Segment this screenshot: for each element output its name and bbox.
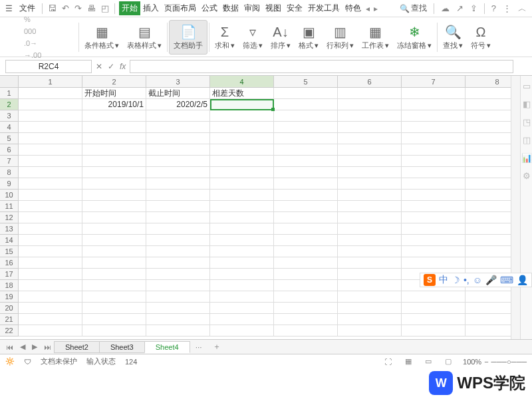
cancel-icon[interactable]: ✕ xyxy=(96,62,102,71)
cell[interactable] xyxy=(402,201,466,212)
cell[interactable] xyxy=(210,291,274,303)
row-header[interactable]: 13 xyxy=(0,223,19,235)
cell[interactable] xyxy=(338,133,402,144)
cell[interactable] xyxy=(274,212,338,223)
row-header[interactable]: 4 xyxy=(0,122,19,133)
confirm-icon[interactable]: ✓ xyxy=(108,62,114,71)
menu-icon[interactable]: ☰ xyxy=(3,4,15,13)
ime-punct-icon[interactable]: •, xyxy=(464,275,469,285)
row-header[interactable]: 17 xyxy=(0,269,19,280)
select-icon[interactable]: ▭ xyxy=(523,81,531,91)
cell[interactable] xyxy=(210,235,274,246)
cell[interactable] xyxy=(19,303,82,314)
row-header[interactable]: 6 xyxy=(0,144,19,156)
cell[interactable] xyxy=(274,269,338,280)
save-icon[interactable]: 🖫 xyxy=(45,3,59,13)
cell[interactable] xyxy=(19,167,82,178)
cell[interactable] xyxy=(338,325,402,336)
cell[interactable] xyxy=(210,122,274,133)
cell[interactable] xyxy=(19,88,82,99)
cell[interactable] xyxy=(274,223,338,235)
col-header[interactable]: 2 xyxy=(82,76,146,88)
cell[interactable] xyxy=(274,122,338,133)
ime-user-icon[interactable]: 👤 xyxy=(517,275,528,285)
cell[interactable] xyxy=(82,122,146,133)
cell[interactable] xyxy=(146,190,210,201)
cell[interactable] xyxy=(82,257,146,269)
cell[interactable] xyxy=(274,235,338,246)
analysis-icon[interactable]: ◫ xyxy=(523,135,531,145)
cell[interactable] xyxy=(402,190,466,201)
help-icon[interactable]: ? xyxy=(489,3,499,13)
cell[interactable] xyxy=(210,110,274,122)
cell[interactable] xyxy=(274,190,338,201)
cloud-icon[interactable]: ☁ xyxy=(438,3,452,13)
cell[interactable] xyxy=(19,269,82,280)
cell[interactable] xyxy=(146,314,210,325)
freeze-button[interactable]: ❄ 冻结窗格 ▾ xyxy=(393,20,436,55)
rowcol-button[interactable]: ▥ 行和列 ▾ xyxy=(323,20,358,55)
format-button[interactable]: ▣ 格式 ▾ xyxy=(295,20,323,55)
tab-formula[interactable]: 公式 xyxy=(199,1,220,15)
share-icon[interactable]: ↗ xyxy=(454,3,466,13)
cell[interactable] xyxy=(274,280,338,291)
tab-insert[interactable]: 插入 xyxy=(140,1,162,15)
cell[interactable] xyxy=(210,280,274,291)
row-header[interactable]: 21 xyxy=(0,314,19,325)
ime-moon-icon[interactable]: ☽ xyxy=(452,275,460,285)
cell[interactable] xyxy=(82,291,146,303)
sogou-icon[interactable]: S xyxy=(424,274,436,286)
cell[interactable] xyxy=(210,212,274,223)
tab-security[interactable]: 安全 xyxy=(284,1,305,15)
tab-start[interactable]: 开始 xyxy=(119,1,140,15)
cell[interactable] xyxy=(402,167,466,178)
cell[interactable] xyxy=(19,144,82,156)
cell[interactable] xyxy=(146,291,210,303)
cell[interactable] xyxy=(338,235,402,246)
cell[interactable] xyxy=(82,144,146,156)
cell[interactable] xyxy=(338,99,402,110)
cell[interactable] xyxy=(146,167,210,178)
cell[interactable] xyxy=(19,235,82,246)
cell[interactable] xyxy=(146,269,210,280)
last-sheet-icon[interactable]: ⏭ xyxy=(41,343,55,351)
row-header[interactable]: 20 xyxy=(0,303,19,314)
row-header[interactable]: 22 xyxy=(0,325,19,336)
cell[interactable] xyxy=(146,156,210,167)
cell[interactable] xyxy=(146,280,210,291)
fullscreen-icon[interactable]: ⛶ xyxy=(382,358,394,366)
row-header[interactable]: 1 xyxy=(0,88,19,99)
tab-special[interactable]: 特色 xyxy=(342,1,364,15)
tab-layout[interactable]: 页面布局 xyxy=(162,1,199,15)
cell[interactable] xyxy=(338,303,402,314)
col-header[interactable]: 3 xyxy=(146,76,210,88)
tab-prev-icon[interactable]: ◂ xyxy=(364,4,372,13)
file-menu[interactable]: 文件 xyxy=(15,3,39,14)
name-box[interactable]: R2C4 xyxy=(5,60,92,73)
cell[interactable] xyxy=(19,325,82,336)
cell[interactable] xyxy=(210,325,274,336)
cell[interactable] xyxy=(146,223,210,235)
first-sheet-icon[interactable]: ⏮ xyxy=(3,343,17,351)
cell[interactable] xyxy=(274,88,338,99)
cell[interactable] xyxy=(402,246,466,257)
zoom-out-icon[interactable]: − xyxy=(484,358,488,366)
row-header[interactable]: 19 xyxy=(0,291,19,303)
cell[interactable] xyxy=(402,223,466,235)
cell[interactable] xyxy=(82,235,146,246)
cell[interactable] xyxy=(146,201,210,212)
cell[interactable] xyxy=(274,178,338,190)
cell[interactable] xyxy=(274,257,338,269)
row-header[interactable]: 14 xyxy=(0,235,19,246)
cell[interactable] xyxy=(274,144,338,156)
comma-icon[interactable]: 000 xyxy=(24,25,57,37)
decrease-decimal-icon[interactable]: .0→ xyxy=(24,37,57,49)
cell[interactable] xyxy=(19,110,82,122)
sheet-tab[interactable]: Sheet3 xyxy=(99,341,145,353)
settings-icon[interactable]: ⚙ xyxy=(523,171,531,181)
cell[interactable] xyxy=(274,325,338,336)
vertical-scrollbar[interactable] xyxy=(511,76,520,339)
cell[interactable] xyxy=(146,212,210,223)
cell[interactable] xyxy=(210,133,274,144)
cell[interactable] xyxy=(19,280,82,291)
